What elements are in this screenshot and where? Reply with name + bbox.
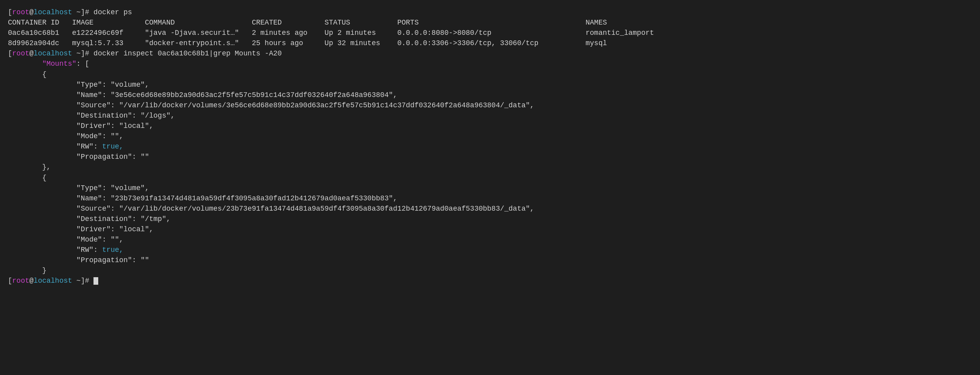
json-name-key-1: "Name"	[76, 91, 102, 99]
table-row-2: 8d9962a904dc mysql:5.7.33 "docker-entryp…	[8, 38, 972, 48]
json-driver-val-2: "local",	[119, 225, 153, 233]
json-colon-2c: :	[111, 205, 119, 213]
json-block1-close: },	[8, 162, 972, 172]
row1-container-id: 0ac6a10c68b1 e1222496c69f "java -Djava.s…	[8, 29, 654, 37]
json-rw-key-1: "RW"	[76, 143, 93, 150]
json-open-brace-2: {	[42, 174, 46, 182]
json-block2-name: "Name": "23b73e91fa13474d481a9a59df4f309…	[8, 193, 972, 204]
json-prop-val-1: ""	[141, 153, 149, 161]
json-mode-key-1: "Mode"	[76, 132, 102, 140]
json-mounts-key-line: "Mounts": [	[8, 59, 972, 69]
json-mode-val-2: "",	[111, 236, 123, 244]
json-driver-key-2: "Driver"	[76, 225, 111, 233]
json-block1-source: "Source": "/var/lib/docker/volumes/3e56c…	[8, 100, 972, 110]
prompt-path: ~	[72, 8, 81, 16]
json-block2-open: {	[8, 173, 972, 183]
json-block1-open: {	[8, 69, 972, 80]
prompt-symbol-3: ]#	[81, 277, 90, 285]
prompt-symbol: ]#	[81, 8, 90, 16]
prompt-user: root	[12, 8, 29, 16]
json-name-val-1: "3e56ce6d68e89bb2a90d63ac2f5fe57c5b91c14…	[111, 91, 397, 99]
json-block2-prop: "Propagation": ""	[8, 255, 972, 265]
prompt-host: localhost	[34, 8, 72, 16]
json-prop-key-1: "Propagation"	[76, 153, 132, 161]
cmd-docker-ps: docker ps	[89, 8, 132, 16]
table-header-row: CONTAINER ID IMAGE COMMAND CREATED STATU…	[8, 17, 972, 28]
json-block2-close: }	[8, 265, 972, 276]
terminal-cursor	[93, 277, 98, 285]
json-block1-mode: "Mode": "",	[8, 131, 972, 141]
json-mode-val-1: "",	[111, 132, 123, 140]
json-rw-key-2: "RW"	[76, 246, 93, 254]
json-prop-key-2: "Propagation"	[76, 256, 132, 264]
prompt-symbol-2: ]#	[81, 49, 90, 57]
json-colon-1f: :	[102, 132, 111, 140]
json-type-val-1: "volume",	[111, 81, 149, 89]
json-source-val-1: "/var/lib/docker/volumes/3e56ce6d68e89bb…	[119, 101, 534, 109]
json-type-val-2: "volume",	[111, 184, 149, 192]
json-colon-1h: :	[132, 153, 141, 161]
json-colon-2b: :	[102, 194, 111, 202]
json-colon-2e: :	[111, 225, 119, 233]
json-colon-2a: :	[102, 184, 111, 192]
json-source-val-2: "/var/lib/docker/volumes/23b73e91fa13474…	[119, 205, 534, 213]
json-prop-val-2: ""	[141, 256, 149, 264]
prompt-user-2: root	[12, 49, 29, 57]
json-block1-rw: "RW": true,	[8, 141, 972, 152]
prompt-user-3: root	[12, 277, 29, 285]
json-colon-1c: :	[111, 101, 119, 109]
json-block1-driver: "Driver": "local",	[8, 121, 972, 131]
prompt-bracket-open: [	[8, 8, 12, 16]
json-block1-prop: "Propagation": ""	[8, 152, 972, 162]
json-name-val-2: "23b73e91fa13474d481a9a59df4f3095a8a30fa…	[111, 194, 397, 202]
json-name-key-2: "Name"	[76, 194, 102, 202]
json-source-key-2: "Source"	[76, 205, 111, 213]
prompt-bracket-open-2: [	[8, 49, 12, 57]
cmd-line-1: [root@localhost ~]# docker ps	[8, 7, 972, 17]
json-block1-name: "Name": "3e56ce6d68e89bb2a90d63ac2f5fe57…	[8, 90, 972, 100]
json-block2-source: "Source": "/var/lib/docker/volumes/23b73…	[8, 204, 972, 214]
terminal-window: [root@localhost ~]# docker ps CONTAINER …	[8, 7, 972, 286]
table-row-1: 0ac6a10c68b1 e1222496c69f "java -Djava.s…	[8, 28, 972, 38]
cmd-line-2: [root@localhost ~]# docker inspect 0ac6a…	[8, 48, 972, 59]
cmd-line-3: [root@localhost ~]#	[8, 276, 972, 286]
json-rw-val-1: true,	[102, 143, 124, 150]
json-colon-1b: :	[102, 91, 111, 99]
prompt-at: @	[29, 8, 34, 16]
json-dest-key-2: "Destination"	[76, 215, 132, 223]
row2-container-id: 8d9962a904dc mysql:5.7.33 "docker-entryp…	[8, 39, 607, 47]
cmd-empty	[89, 277, 93, 285]
json-colon-2h: :	[132, 256, 141, 264]
json-block2-driver: "Driver": "local",	[8, 224, 972, 234]
prompt-host-3: localhost	[34, 277, 72, 285]
json-close-brace-2: }	[42, 266, 46, 274]
json-mounts-key: "Mounts"	[42, 60, 76, 68]
json-open-brace-1: {	[42, 70, 46, 78]
header-container-id: CONTAINER ID IMAGE COMMAND CREATED STATU…	[8, 19, 607, 27]
json-block2-type: "Type": "volume",	[8, 183, 972, 193]
json-colon-1e: :	[111, 122, 119, 130]
prompt-at-2: @	[29, 49, 34, 57]
json-source-key-1: "Source"	[76, 101, 111, 109]
json-colon-2g: :	[93, 246, 102, 254]
json-mounts-colon: : [	[76, 60, 89, 68]
prompt-path-3: ~	[72, 277, 81, 285]
json-close-brace-1: },	[42, 163, 51, 171]
json-type-key-1: "Type"	[76, 81, 102, 89]
json-mode-key-2: "Mode"	[76, 236, 102, 244]
json-type-key-2: "Type"	[76, 184, 102, 192]
json-colon-1a: :	[102, 81, 111, 89]
json-rw-val-2: true,	[102, 246, 124, 254]
json-block1-type: "Type": "volume",	[8, 80, 972, 90]
prompt-at-3: @	[29, 277, 34, 285]
prompt-path-2: ~	[72, 49, 81, 57]
json-block2-rw: "RW": true,	[8, 245, 972, 255]
json-dest-key-1: "Destination"	[76, 112, 132, 120]
json-block1-dest: "Destination": "/logs",	[8, 110, 972, 121]
prompt-bracket-open-3: [	[8, 277, 12, 285]
json-dest-val-2: "/tmp",	[141, 215, 171, 223]
json-driver-key-1: "Driver"	[76, 122, 111, 130]
json-colon-2d: :	[132, 215, 141, 223]
json-driver-val-1: "local",	[119, 122, 153, 130]
json-colon-1d: :	[132, 112, 141, 120]
